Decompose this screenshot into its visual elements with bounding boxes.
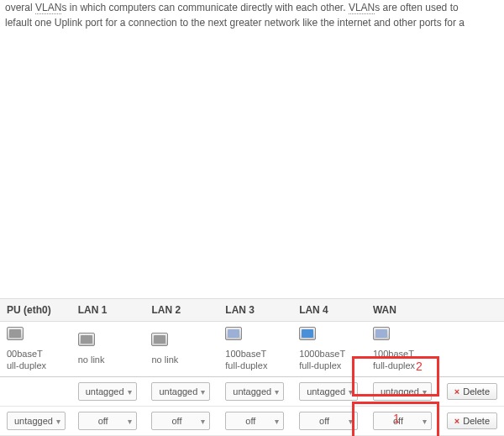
col-lan1: LAN 1 [71,299,145,322]
port-icon [151,333,168,346]
tag-select-wan[interactable]: off [373,412,432,430]
vlan-row: untagged untagged untagged untagged unta… [0,377,504,407]
vlan-abbr: VLAN [349,2,375,14]
col-lan4: LAN 4 [292,299,366,322]
col-cpu: PU (eth0) [0,299,71,322]
tag-select-lan4[interactable]: untagged [299,382,358,401]
tag-select-lan2[interactable]: untagged [151,382,210,401]
port-status: 1000baseTfull-duplex [299,348,360,371]
port-status: no link [151,354,212,365]
description-text: overal VLANs in which computers can comm… [0,0,504,30]
tag-select-lan3[interactable]: off [225,412,284,430]
vlan-abbr: VLAN [35,2,61,14]
delete-button[interactable]: ×Delete [447,412,497,429]
vlan-row: untagged off off off off off ×Delete [0,407,504,436]
port-status: 100baseTfull-duplex [225,348,286,371]
vlan-switch-table: PU (eth0) LAN 1 LAN 2 LAN 3 LAN 4 WAN 00… [0,298,504,436]
port-icon [7,327,24,340]
col-wan: WAN [366,299,440,322]
tag-select-lan3[interactable]: untagged [225,382,284,401]
port-status-row: 00baseTull-duplex no link no link 100bas… [0,322,504,377]
tag-select-cpu[interactable]: untagged [7,412,66,430]
port-icon [78,333,95,346]
tag-select-lan1[interactable]: untagged [78,382,137,401]
close-icon: × [454,386,459,397]
table-header-row: PU (eth0) LAN 1 LAN 2 LAN 3 LAN 4 WAN [0,299,504,322]
close-icon: × [454,416,459,426]
port-status: 00baseTull-duplex [7,348,65,371]
port-status: no link [78,354,139,365]
col-lan3: LAN 3 [218,299,292,322]
delete-button[interactable]: ×Delete [447,383,497,400]
port-icon [299,327,316,340]
port-icon [225,327,242,340]
tag-select-wan[interactable]: untagged [373,382,432,401]
col-actions [440,299,504,322]
col-lan2: LAN 2 [144,299,218,322]
port-status: 100baseTfull-duplex [373,348,433,371]
tag-select-lan4[interactable]: off [299,412,358,430]
tag-select-lan1[interactable]: off [78,412,137,430]
port-icon [373,327,390,340]
tag-select-lan2[interactable]: off [151,412,210,430]
